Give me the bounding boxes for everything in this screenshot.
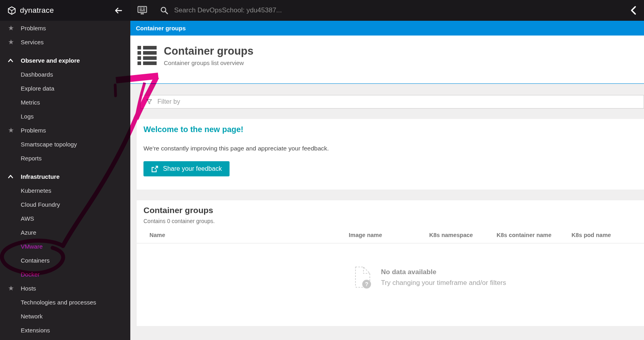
column-header-name: Name (149, 232, 349, 238)
table-header-row: NameImage nameK8s namespaceK8s container… (137, 224, 644, 243)
sidebar-item-kubernetes[interactable]: Kubernetes (0, 184, 130, 198)
sidebar-item-docker[interactable]: Docker (0, 267, 130, 281)
sidebar-item-technologies-and-processes[interactable]: Technologies and processes (0, 295, 130, 309)
sidebar-item-smartscape-topology[interactable]: Smartscape topology (0, 137, 130, 151)
sidebar-item-azure[interactable]: Azure (0, 225, 130, 239)
collapse-sidebar-icon[interactable] (114, 7, 122, 14)
sidebar-nav: ★Problems★ServicesObserve and exploreDas… (0, 21, 130, 337)
share-feedback-button[interactable]: Share your feedback (143, 161, 230, 176)
sidebar-item-label: Reports (21, 155, 42, 162)
sidebar-item-label: Cloud Foundry (21, 201, 60, 208)
page-header: Container groups Container groups list o… (130, 36, 644, 84)
sidebar-item-problems[interactable]: ★Problems (0, 21, 130, 35)
sidebar-item-label: Smartscape topology (21, 141, 77, 148)
column-header-k8s-pod-name: K8s pod name (571, 232, 644, 238)
sidebar-item-label: Docker (21, 271, 40, 278)
column-header-k8s-container-name: K8s container name (497, 232, 571, 238)
sidebar-item-logs[interactable]: Logs (0, 109, 130, 123)
sidebar-item-label: Dashboards (21, 71, 53, 78)
sidebar-item-cloud-foundry[interactable]: Cloud Foundry (0, 198, 130, 212)
sidebar-item-label: Logs (21, 113, 34, 120)
sidebar-item-label: Containers (21, 257, 50, 264)
sidebar-item-label: Infrastructure (21, 173, 60, 180)
table-title: Container groups (143, 206, 644, 215)
search-input[interactable] (173, 6, 630, 15)
filter-icon (146, 99, 152, 105)
breadcrumb[interactable]: Container groups (136, 25, 186, 32)
sidebar-item-label: Extensions (21, 327, 50, 334)
sidebar: dynatrace ★Problems★ServicesObserve and … (0, 0, 130, 340)
table-subtitle: Contains 0 container groups. (143, 218, 644, 224)
star-icon: ★ (8, 127, 21, 134)
svg-text:?: ? (365, 281, 369, 287)
sidebar-item-services[interactable]: ★Services (0, 35, 130, 49)
star-icon: ★ (8, 25, 21, 32)
no-data-document-icon: ? (354, 266, 372, 289)
logo-text: dynatrace (20, 6, 54, 15)
sidebar-item-explore-data[interactable]: Explore data (0, 81, 130, 95)
filter-bar (140, 95, 644, 109)
chevron-up-icon (8, 59, 21, 62)
sidebar-item-label: AWS (21, 215, 34, 222)
welcome-title: Welcome to the new page! (143, 125, 644, 134)
sidebar-item-vmware[interactable]: VMware (0, 239, 130, 253)
sidebar-item-aws[interactable]: AWS (0, 212, 130, 225)
topbar (130, 0, 644, 21)
empty-state-title: No data available (381, 268, 506, 276)
external-link-icon (151, 165, 159, 173)
star-icon: ★ (8, 39, 21, 45)
container-groups-card: Container groups Contains 0 container gr… (137, 200, 644, 326)
sidebar-header: dynatrace (0, 0, 130, 21)
column-header-k8s-namespace: K8s namespace (429, 232, 497, 238)
page-title: Container groups (164, 45, 253, 57)
sidebar-item-label: Hosts (21, 285, 36, 292)
breadcrumb-bar: Container groups (130, 21, 644, 36)
sidebar-item-label: Network (21, 313, 43, 320)
sidebar-item-label: Observe and explore (21, 57, 80, 64)
empty-state-hint: Try changing your timeframe and/or filte… (381, 279, 506, 287)
column-header-image-name: Image name (349, 232, 429, 238)
sidebar-item-label: Technologies and processes (21, 299, 96, 306)
sidebar-item-label: Problems (21, 25, 46, 32)
sidebar-item-label: Metrics (21, 99, 40, 106)
sidebar-item-network[interactable]: Network (0, 309, 130, 323)
page-subtitle: Container groups list overview (164, 59, 253, 66)
search-icon[interactable] (160, 6, 169, 15)
dashboard-icon[interactable] (137, 6, 147, 15)
sidebar-item-label: Azure (21, 229, 36, 236)
list-icon (137, 45, 157, 65)
sidebar-item-metrics[interactable]: Metrics (0, 95, 130, 109)
share-feedback-label: Share your feedback (163, 165, 222, 172)
chevron-left-icon[interactable] (630, 6, 636, 15)
sidebar-item-problems[interactable]: ★Problems (0, 123, 130, 137)
sidebar-item-extensions[interactable]: Extensions (0, 323, 130, 337)
sidebar-item-infrastructure[interactable]: Infrastructure (0, 170, 130, 184)
sidebar-item-dashboards[interactable]: Dashboards (0, 67, 130, 81)
sidebar-item-observe-and-explore[interactable]: Observe and explore (0, 53, 130, 67)
filter-input[interactable] (157, 98, 644, 106)
sidebar-item-hosts[interactable]: ★Hosts (0, 281, 130, 295)
sidebar-item-label: Explore data (21, 85, 54, 92)
empty-state: ? No data available Try changing your ti… (354, 266, 644, 289)
chevron-up-icon (8, 175, 21, 178)
dynatrace-logo-icon (7, 6, 16, 15)
sidebar-item-label: Kubernetes (21, 187, 51, 194)
sidebar-item-label: Services (21, 39, 44, 45)
sidebar-item-label: VMware (21, 243, 43, 250)
welcome-card: Welcome to the new page! We're constantl… (137, 119, 644, 190)
sidebar-item-reports[interactable]: Reports (0, 151, 130, 165)
star-icon: ★ (8, 285, 21, 292)
welcome-body: We're constantly improving this page and… (143, 145, 644, 152)
sidebar-item-containers[interactable]: Containers (0, 253, 130, 267)
sidebar-item-label: Problems (21, 127, 46, 134)
